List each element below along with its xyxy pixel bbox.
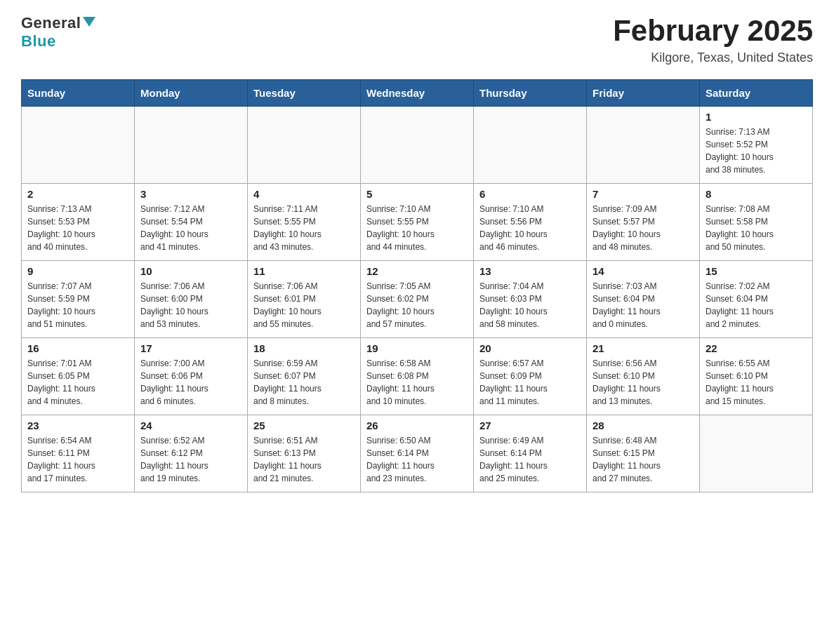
calendar-cell xyxy=(135,107,248,184)
calendar-cell: 16Sunrise: 7:01 AMSunset: 6:05 PMDayligh… xyxy=(22,338,135,415)
calendar-cell: 13Sunrise: 7:04 AMSunset: 6:03 PMDayligh… xyxy=(474,261,587,338)
day-info: Sunrise: 7:07 AMSunset: 5:59 PMDaylight:… xyxy=(27,280,128,330)
calendar-cell: 15Sunrise: 7:02 AMSunset: 6:04 PMDayligh… xyxy=(700,261,813,338)
day-info: Sunrise: 6:48 AMSunset: 6:15 PMDaylight:… xyxy=(593,434,694,485)
day-info: Sunrise: 6:55 AMSunset: 6:10 PMDaylight:… xyxy=(706,357,807,408)
day-info: Sunrise: 7:13 AMSunset: 5:53 PMDaylight:… xyxy=(27,203,128,253)
calendar-cell: 8Sunrise: 7:08 AMSunset: 5:58 PMDaylight… xyxy=(700,184,813,261)
calendar-cell: 25Sunrise: 6:51 AMSunset: 6:13 PMDayligh… xyxy=(248,415,361,492)
day-number: 2 xyxy=(27,188,128,200)
day-number: 4 xyxy=(253,188,355,200)
day-number: 14 xyxy=(593,265,694,277)
day-number: 21 xyxy=(593,342,694,354)
day-info: Sunrise: 7:12 AMSunset: 5:54 PMDaylight:… xyxy=(140,203,241,253)
calendar-table: SundayMondayTuesdayWednesdayThursdayFrid… xyxy=(21,79,813,492)
day-info: Sunrise: 7:08 AMSunset: 5:58 PMDaylight:… xyxy=(706,203,807,253)
day-number: 6 xyxy=(479,188,581,200)
page-header: General Blue February 2025 Kilgore, Texa… xyxy=(21,14,813,65)
calendar-cell xyxy=(361,107,474,184)
day-number: 16 xyxy=(27,342,128,354)
day-number: 12 xyxy=(366,265,468,277)
day-info: Sunrise: 7:06 AMSunset: 6:00 PMDaylight:… xyxy=(140,280,241,330)
day-info: Sunrise: 7:03 AMSunset: 6:04 PMDaylight:… xyxy=(593,280,694,330)
day-info: Sunrise: 7:01 AMSunset: 6:05 PMDaylight:… xyxy=(27,357,128,408)
month-title: February 2025 xyxy=(613,14,813,48)
calendar-week-row: 9Sunrise: 7:07 AMSunset: 5:59 PMDaylight… xyxy=(22,261,813,338)
calendar-cell: 9Sunrise: 7:07 AMSunset: 5:59 PMDaylight… xyxy=(22,261,135,338)
day-number: 3 xyxy=(140,188,241,200)
day-number: 22 xyxy=(706,342,807,354)
calendar-cell: 22Sunrise: 6:55 AMSunset: 6:10 PMDayligh… xyxy=(700,338,813,415)
calendar-week-row: 1Sunrise: 7:13 AMSunset: 5:52 PMDaylight… xyxy=(22,107,813,184)
day-info: Sunrise: 6:54 AMSunset: 6:11 PMDaylight:… xyxy=(27,434,128,485)
calendar-cell: 4Sunrise: 7:11 AMSunset: 5:55 PMDaylight… xyxy=(248,184,361,261)
day-info: Sunrise: 6:56 AMSunset: 6:10 PMDaylight:… xyxy=(593,357,694,408)
calendar-cell xyxy=(22,107,135,184)
day-number: 13 xyxy=(479,265,581,277)
day-number: 1 xyxy=(706,111,807,123)
calendar-cell: 19Sunrise: 6:58 AMSunset: 6:08 PMDayligh… xyxy=(361,338,474,415)
day-info: Sunrise: 7:11 AMSunset: 5:55 PMDaylight:… xyxy=(253,203,355,253)
day-number: 17 xyxy=(140,342,241,354)
day-info: Sunrise: 7:02 AMSunset: 6:04 PMDaylight:… xyxy=(706,280,807,330)
day-number: 7 xyxy=(593,188,694,200)
calendar-cell xyxy=(474,107,587,184)
calendar-week-row: 2Sunrise: 7:13 AMSunset: 5:53 PMDaylight… xyxy=(22,184,813,261)
calendar-cell: 18Sunrise: 6:59 AMSunset: 6:07 PMDayligh… xyxy=(248,338,361,415)
calendar-cell xyxy=(248,107,361,184)
calendar-cell: 27Sunrise: 6:49 AMSunset: 6:14 PMDayligh… xyxy=(474,415,587,492)
day-info: Sunrise: 7:13 AMSunset: 5:52 PMDaylight:… xyxy=(706,126,807,176)
calendar-cell: 7Sunrise: 7:09 AMSunset: 5:57 PMDaylight… xyxy=(587,184,700,261)
calendar-header-row: SundayMondayTuesdayWednesdayThursdayFrid… xyxy=(22,80,813,107)
day-number: 5 xyxy=(366,188,468,200)
logo-general-text: General xyxy=(21,14,81,32)
calendar-cell: 5Sunrise: 7:10 AMSunset: 5:55 PMDaylight… xyxy=(361,184,474,261)
weekday-header-thursday: Thursday xyxy=(474,80,587,107)
calendar-cell: 1Sunrise: 7:13 AMSunset: 5:52 PMDaylight… xyxy=(700,107,813,184)
day-info: Sunrise: 6:57 AMSunset: 6:09 PMDaylight:… xyxy=(479,357,581,408)
calendar-week-row: 23Sunrise: 6:54 AMSunset: 6:11 PMDayligh… xyxy=(22,415,813,492)
day-number: 23 xyxy=(27,420,128,431)
weekday-header-friday: Friday xyxy=(587,80,700,107)
weekday-header-saturday: Saturday xyxy=(700,80,813,107)
calendar-cell: 11Sunrise: 7:06 AMSunset: 6:01 PMDayligh… xyxy=(248,261,361,338)
day-info: Sunrise: 7:00 AMSunset: 6:06 PMDaylight:… xyxy=(140,357,241,408)
calendar-cell: 17Sunrise: 7:00 AMSunset: 6:06 PMDayligh… xyxy=(135,338,248,415)
day-number: 24 xyxy=(140,420,241,431)
day-info: Sunrise: 6:50 AMSunset: 6:14 PMDaylight:… xyxy=(366,434,468,485)
day-info: Sunrise: 7:10 AMSunset: 5:55 PMDaylight:… xyxy=(366,203,468,253)
day-info: Sunrise: 6:49 AMSunset: 6:14 PMDaylight:… xyxy=(479,434,581,485)
day-number: 28 xyxy=(593,420,694,431)
day-info: Sunrise: 7:05 AMSunset: 6:02 PMDaylight:… xyxy=(366,280,468,330)
calendar-cell: 26Sunrise: 6:50 AMSunset: 6:14 PMDayligh… xyxy=(361,415,474,492)
day-number: 25 xyxy=(253,420,355,431)
day-info: Sunrise: 6:52 AMSunset: 6:12 PMDaylight:… xyxy=(140,434,241,485)
day-number: 26 xyxy=(366,420,468,431)
weekday-header-monday: Monday xyxy=(135,80,248,107)
calendar-cell: 20Sunrise: 6:57 AMSunset: 6:09 PMDayligh… xyxy=(474,338,587,415)
day-info: Sunrise: 6:59 AMSunset: 6:07 PMDaylight:… xyxy=(253,357,355,408)
day-number: 18 xyxy=(253,342,355,354)
calendar-cell xyxy=(587,107,700,184)
logo-blue-text: Blue xyxy=(21,32,56,51)
day-number: 27 xyxy=(479,420,581,431)
weekday-header-tuesday: Tuesday xyxy=(248,80,361,107)
day-number: 19 xyxy=(366,342,468,354)
day-number: 8 xyxy=(706,188,807,200)
day-info: Sunrise: 6:58 AMSunset: 6:08 PMDaylight:… xyxy=(366,357,468,408)
calendar-cell: 23Sunrise: 6:54 AMSunset: 6:11 PMDayligh… xyxy=(22,415,135,492)
calendar-cell: 6Sunrise: 7:10 AMSunset: 5:56 PMDaylight… xyxy=(474,184,587,261)
weekday-header-sunday: Sunday xyxy=(22,80,135,107)
logo: General Blue xyxy=(21,14,95,51)
day-info: Sunrise: 7:04 AMSunset: 6:03 PMDaylight:… xyxy=(479,280,581,330)
title-block: February 2025 Kilgore, Texas, United Sta… xyxy=(613,14,813,65)
calendar-cell: 21Sunrise: 6:56 AMSunset: 6:10 PMDayligh… xyxy=(587,338,700,415)
day-info: Sunrise: 6:51 AMSunset: 6:13 PMDaylight:… xyxy=(253,434,355,485)
logo-triangle-icon xyxy=(83,17,95,27)
calendar-cell: 2Sunrise: 7:13 AMSunset: 5:53 PMDaylight… xyxy=(22,184,135,261)
calendar-week-row: 16Sunrise: 7:01 AMSunset: 6:05 PMDayligh… xyxy=(22,338,813,415)
day-number: 9 xyxy=(27,265,128,277)
calendar-cell: 28Sunrise: 6:48 AMSunset: 6:15 PMDayligh… xyxy=(587,415,700,492)
day-number: 15 xyxy=(706,265,807,277)
day-number: 11 xyxy=(253,265,355,277)
